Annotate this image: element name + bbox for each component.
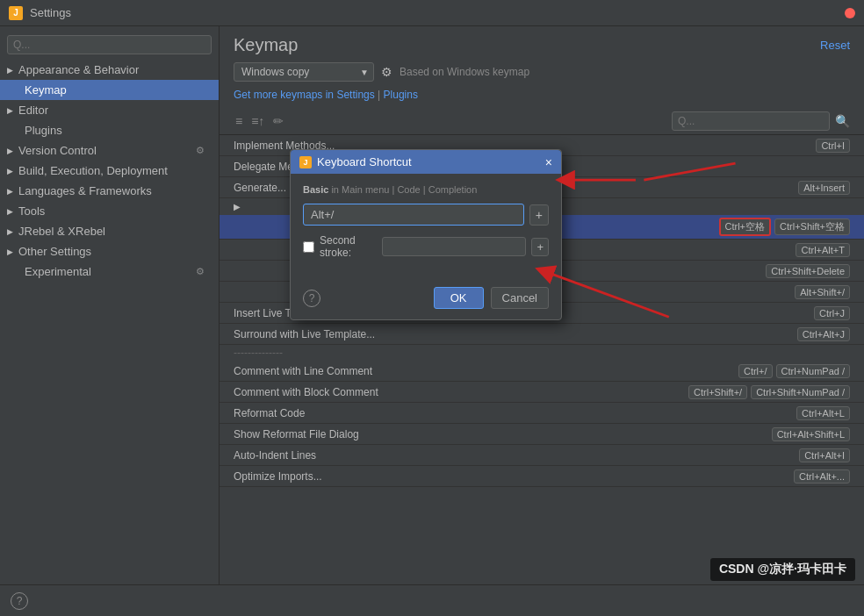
dialog-title-left: J Keyboard Shortcut — [299, 155, 412, 168]
sidebar-item-label: JRebel & XRebel — [18, 225, 105, 238]
sidebar-item-label: Languages & Frameworks — [18, 184, 152, 197]
shortcut-badge: Ctrl+Shift+/ — [688, 385, 747, 399]
ok-button[interactable]: OK — [434, 287, 484, 309]
content-panel: Keymap Reset Windows copy ▼ ⚙ Based on W… — [220, 26, 864, 584]
collapse-all-button[interactable]: ≡↑ — [249, 112, 266, 130]
expand-all-button[interactable]: ≡ — [234, 112, 244, 130]
second-stroke-row: Second stroke: + — [303, 234, 549, 259]
expand-arrow-icon: ▶ — [7, 227, 13, 236]
keymap-select[interactable]: Windows copy — [234, 62, 374, 82]
shortcut-badge: Ctrl+Alt+L — [796, 406, 850, 420]
action-shortcuts: Ctrl+空格 Ctrl+Shift+空格 — [719, 218, 851, 236]
dialog-footer: ? OK Cancel — [291, 282, 561, 319]
cancel-button[interactable]: Cancel — [491, 287, 549, 309]
sidebar-item-appearance[interactable]: ▶ Appearance & Behavior — [0, 60, 219, 80]
sidebar-item-experimental[interactable]: Experimental ⚙ — [0, 261, 219, 282]
table-row[interactable]: Optimize Imports... Ctrl+Alt+... — [220, 466, 864, 487]
gear-icon: ⚙ — [196, 145, 205, 156]
shortcut-badge: Ctrl+I — [816, 139, 850, 153]
bottom-bar: ? — [0, 584, 864, 616]
sidebar-item-plugins[interactable]: Plugins — [0, 120, 219, 140]
sidebar-item-label: Plugins — [25, 124, 62, 137]
sidebar-item-label: Appearance & Behavior — [18, 63, 139, 76]
shortcut-badge: Ctrl+Alt+T — [796, 243, 850, 257]
main-layout: ▶ Appearance & Behavior Keymap ▶ Editor … — [0, 26, 864, 584]
shortcut-badge: Ctrl+Shift+NumPad / — [751, 385, 850, 399]
second-stroke-add-button[interactable]: + — [531, 238, 549, 256]
shortcut-badge: Ctrl+NumPad / — [776, 364, 850, 378]
sidebar-item-build[interactable]: ▶ Build, Execution, Deployment — [0, 161, 219, 181]
action-name: Optimize Imports... — [234, 470, 794, 483]
action-shortcuts: Ctrl+Alt+L — [796, 406, 850, 420]
add-shortcut-button[interactable]: + — [529, 204, 549, 226]
action-shortcuts: Ctrl+Alt+... — [794, 469, 850, 483]
sidebar-item-tools[interactable]: ▶ Tools — [0, 201, 219, 221]
dialog-close-button[interactable]: × — [545, 156, 552, 168]
dialog-help-button[interactable]: ? — [303, 290, 320, 307]
table-row[interactable]: Surround with Live Template... Ctrl+Alt+… — [220, 324, 864, 345]
action-shortcuts: Ctrl+Shift+/ Ctrl+Shift+NumPad / — [688, 385, 850, 399]
action-shortcuts: Ctrl+Alt+T — [796, 243, 850, 257]
action-shortcuts: Alt+Shift+/ — [795, 285, 850, 299]
dialog-titlebar: J Keyboard Shortcut × — [291, 150, 561, 174]
sidebar-item-label: Other Settings — [18, 245, 91, 258]
shortcut-badge: Ctrl+Alt+J — [797, 327, 850, 341]
action-shortcuts: Ctrl+/ Ctrl+NumPad / — [738, 364, 850, 378]
reset-button[interactable]: Reset — [820, 39, 850, 52]
shortcut-badge: Ctrl+空格 — [719, 218, 772, 236]
dialog-input-row: + — [303, 204, 549, 226]
action-name: Auto-Indent Lines — [234, 449, 799, 462]
sidebar-item-jrebel[interactable]: ▶ JRebel & XRebel — [0, 221, 219, 241]
second-stroke-input[interactable] — [382, 237, 526, 256]
shortcut-badge: Ctrl+/ — [738, 364, 773, 378]
keymap-toolbar: Windows copy ▼ ⚙ Based on Windows keymap — [220, 55, 864, 89]
help-button[interactable]: ? — [11, 592, 28, 610]
dialog-title-text: Keyboard Shortcut — [317, 155, 412, 168]
keymap-gear-icon[interactable]: ⚙ — [381, 65, 392, 79]
sidebar-item-label: Build, Execution, Deployment — [18, 164, 168, 177]
action-shortcuts: Ctrl+Alt+I — [799, 448, 850, 462]
shortcut-input[interactable] — [303, 204, 524, 226]
second-stroke-checkbox[interactable] — [303, 241, 314, 253]
sidebar-item-other-settings[interactable]: ▶ Other Settings — [0, 241, 219, 261]
expand-arrow-icon: ▶ — [7, 247, 13, 256]
action-shortcuts: Ctrl+Alt+Shift+L — [772, 427, 850, 441]
shortcut-badge: Ctrl+Shift+空格 — [774, 218, 850, 235]
sidebar-search-input[interactable] — [7, 35, 212, 54]
filter-search-input[interactable] — [672, 111, 830, 131]
expand-arrow-icon: ▶ — [7, 147, 13, 155]
keymap-links: Get more keymaps in Settings | Plugins — [220, 89, 864, 108]
shortcut-badge: Ctrl+Alt+... — [794, 469, 850, 483]
separator-row: -------------- — [220, 345, 864, 361]
sidebar-item-label: Tools — [18, 204, 45, 218]
watermark: CSDN @凉拌·玛卡田卡 — [710, 558, 855, 581]
sidebar-item-editor[interactable]: ▶ Editor — [0, 100, 219, 120]
expand-arrow-icon: ▶ — [7, 66, 13, 75]
sidebar-item-version-control[interactable]: ▶ Version Control ⚙ — [0, 140, 219, 161]
action-shortcuts: Ctrl+Shift+Delete — [766, 264, 850, 278]
edit-button[interactable]: ✏ — [271, 112, 285, 130]
table-row[interactable]: Comment with Line Comment Ctrl+/ Ctrl+Nu… — [220, 361, 864, 382]
action-name: Surround with Live Template... — [234, 328, 797, 340]
get-more-keymaps-link[interactable]: Get more keymaps in Settings — [234, 89, 375, 101]
shortcut-badge: Alt+Shift+/ — [795, 285, 850, 299]
shortcut-badge: Ctrl+Shift+Delete — [766, 264, 850, 278]
table-row[interactable]: Reformat Code Ctrl+Alt+L — [220, 403, 864, 424]
expand-arrow-icon: ▶ — [7, 106, 13, 115]
table-row[interactable]: Auto-Indent Lines Ctrl+Alt+I — [220, 445, 864, 466]
sidebar-item-keymap[interactable]: Keymap — [0, 80, 219, 100]
keyboard-shortcut-dialog[interactable]: J Keyboard Shortcut × Basic in Main menu… — [290, 149, 562, 320]
plugins-link[interactable]: Plugins — [384, 89, 418, 101]
find-action-button[interactable]: 🔍 — [835, 114, 850, 128]
shortcut-badge: Ctrl+J — [814, 306, 850, 320]
breadcrumb-rest: in Main menu | Code | Completion — [331, 184, 477, 195]
close-button[interactable] — [845, 8, 855, 18]
shortcut-badge: Ctrl+Alt+Shift+L — [772, 427, 850, 441]
action-name: Comment with Block Comment — [234, 386, 688, 398]
app-icon: J — [9, 6, 23, 20]
sidebar-item-languages[interactable]: ▶ Languages & Frameworks — [0, 181, 219, 201]
based-on-label: Based on Windows keymap — [400, 66, 529, 78]
table-row[interactable]: Comment with Block Comment Ctrl+Shift+/ … — [220, 382, 864, 403]
content-header: Keymap Reset — [220, 26, 864, 55]
table-row[interactable]: Show Reformat File Dialog Ctrl+Alt+Shift… — [220, 424, 864, 445]
